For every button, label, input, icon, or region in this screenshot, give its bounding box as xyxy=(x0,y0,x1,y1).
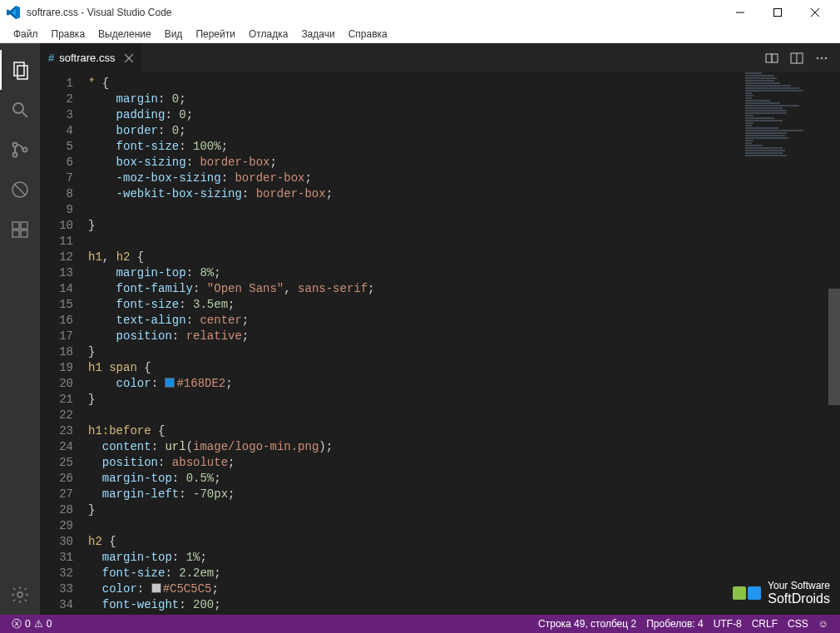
line-number: 8 xyxy=(40,186,73,202)
activity-git-icon[interactable] xyxy=(0,130,40,170)
code-editor[interactable]: 1234567891011121314151617181920212223242… xyxy=(40,72,840,615)
code-line[interactable]: margin-top: 8%; xyxy=(88,265,840,281)
code-line[interactable]: margin-top: 1%; xyxy=(88,550,840,566)
editor-area: # softrare.css 1234567891011121314151617… xyxy=(40,43,840,615)
code-line[interactable]: border: 0; xyxy=(88,123,840,139)
svg-point-10 xyxy=(23,148,27,152)
line-number: 14 xyxy=(40,281,73,297)
status-encoding[interactable]: UTF-8 xyxy=(709,618,747,630)
code-line[interactable]: margin-top: 0.5%; xyxy=(88,471,840,487)
code-line[interactable] xyxy=(88,408,840,423)
code-line[interactable]: text-align: center; xyxy=(88,313,840,329)
menu-item-файл[interactable]: Файл xyxy=(7,27,45,42)
code-line[interactable]: position: relative; xyxy=(88,329,840,344)
code-content[interactable]: * { margin: 0; padding: 0; border: 0; fo… xyxy=(88,72,840,615)
tab-close-icon[interactable] xyxy=(125,54,133,62)
code-line[interactable]: content: url(image/logo-min.png); xyxy=(88,439,840,455)
tab-softrare-css[interactable]: # softrare.css xyxy=(40,43,141,72)
activity-search-icon[interactable] xyxy=(0,90,40,130)
status-spaces[interactable]: Пробелов: 4 xyxy=(641,618,709,630)
svg-rect-13 xyxy=(12,222,19,229)
status-bar: ⓧ 0 ⚠ 0 Строка 49, столбец 2 Пробелов: 4… xyxy=(0,615,840,633)
menu-item-задачи[interactable]: Задачи xyxy=(294,27,341,42)
code-line[interactable]: color: #C5C5C5; xyxy=(88,581,840,597)
line-number: 15 xyxy=(40,297,73,313)
code-line[interactable]: margin: 0; xyxy=(88,91,840,107)
svg-rect-15 xyxy=(12,230,19,237)
line-number: 32 xyxy=(40,566,73,581)
line-number: 19 xyxy=(40,360,73,376)
color-swatch-icon[interactable] xyxy=(151,583,161,593)
split-editor-icon[interactable] xyxy=(790,52,803,65)
menu-item-перейти[interactable]: Перейти xyxy=(189,27,242,42)
code-line[interactable]: } xyxy=(88,344,840,360)
code-line[interactable]: position: absolute; xyxy=(88,455,840,471)
line-number: 2 xyxy=(40,91,73,107)
status-cursor[interactable]: Строка 49, столбец 2 xyxy=(533,618,641,630)
activity-settings-icon[interactable] xyxy=(0,575,40,615)
activity-debug-icon[interactable] xyxy=(0,170,40,210)
code-line[interactable] xyxy=(88,202,840,218)
svg-rect-16 xyxy=(21,230,27,237)
svg-point-25 xyxy=(821,57,823,59)
close-button[interactable] xyxy=(796,0,833,25)
activity-extensions-icon[interactable] xyxy=(0,210,40,250)
error-icon: ⓧ xyxy=(12,617,22,631)
status-eol[interactable]: CRLF xyxy=(747,618,783,630)
menu-item-отладка[interactable]: Отладка xyxy=(242,27,294,42)
line-number: 34 xyxy=(40,597,73,613)
svg-rect-21 xyxy=(772,54,778,62)
minimize-button[interactable] xyxy=(721,0,758,25)
code-line[interactable]: font-size: 3.5em; xyxy=(88,297,840,313)
status-errors[interactable]: ⓧ 0 ⚠ 0 xyxy=(7,617,57,631)
code-line[interactable]: h1:before { xyxy=(88,423,840,439)
activity-bar xyxy=(0,43,40,615)
line-number: 3 xyxy=(40,107,73,123)
code-line[interactable]: * { xyxy=(88,76,840,91)
code-line[interactable]: margin-left: -70px; xyxy=(88,487,840,502)
code-line[interactable]: font-weight: 200; xyxy=(88,597,840,613)
menu-item-выделение[interactable]: Выделение xyxy=(91,27,158,42)
line-number: 26 xyxy=(40,471,73,487)
code-line[interactable]: } xyxy=(88,218,840,234)
code-line[interactable]: -moz-box-sizing: border-box; xyxy=(88,171,840,186)
line-number: 10 xyxy=(40,218,73,234)
activity-explorer-icon[interactable] xyxy=(0,50,40,90)
line-number: 29 xyxy=(40,518,73,534)
code-line[interactable]: } xyxy=(88,392,840,408)
code-line[interactable] xyxy=(88,234,840,250)
menu-item-вид[interactable]: Вид xyxy=(158,27,190,42)
svg-point-6 xyxy=(13,103,23,113)
line-number: 24 xyxy=(40,439,73,455)
maximize-button[interactable] xyxy=(758,0,796,25)
code-line[interactable]: color: #168DE2; xyxy=(88,376,840,392)
line-number: 17 xyxy=(40,329,73,344)
code-line[interactable]: box-sizing: border-box; xyxy=(88,155,840,171)
svg-rect-4 xyxy=(14,62,24,76)
more-actions-icon[interactable] xyxy=(815,52,828,65)
code-line[interactable]: h2 { xyxy=(88,534,840,550)
svg-point-8 xyxy=(13,143,17,147)
compare-icon[interactable] xyxy=(765,52,778,65)
line-number: 1 xyxy=(40,76,73,91)
vertical-scrollbar[interactable] xyxy=(828,289,840,405)
menu-item-правка[interactable]: Правка xyxy=(45,27,92,42)
status-language[interactable]: CSS xyxy=(783,618,813,630)
code-line[interactable]: font-family: "Open Sans", sans-serif; xyxy=(88,281,840,297)
line-number: 20 xyxy=(40,376,73,392)
code-line[interactable]: h1 span { xyxy=(88,360,840,376)
line-number: 6 xyxy=(40,155,73,171)
svg-rect-1 xyxy=(773,9,781,17)
code-line[interactable]: -webkit-box-sizing: border-box; xyxy=(88,186,840,202)
menu-item-справка[interactable]: Справка xyxy=(342,27,394,42)
code-line[interactable]: font-size: 2.2em; xyxy=(88,566,840,581)
code-line[interactable]: padding: 0; xyxy=(88,107,840,123)
code-line[interactable]: h1, h2 { xyxy=(88,250,840,265)
code-line[interactable]: font-size: 100%; xyxy=(88,139,840,155)
color-swatch-icon[interactable] xyxy=(165,378,175,388)
code-line[interactable] xyxy=(88,518,840,534)
window-title-bar: softrare.css - Visual Studio Code xyxy=(0,0,840,25)
status-feedback-icon[interactable]: ☺ xyxy=(813,618,833,630)
code-line[interactable]: } xyxy=(88,502,840,518)
line-number: 11 xyxy=(40,234,73,250)
